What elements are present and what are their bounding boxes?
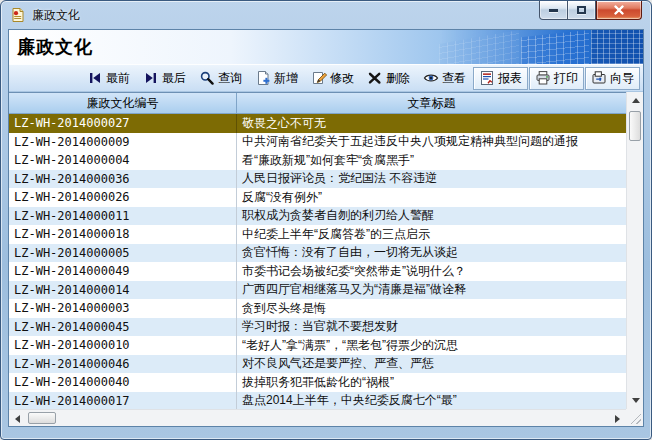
modify-icon (311, 70, 327, 86)
cell-id: LZ-WH-2014000014 (9, 281, 237, 300)
toolbar-button-query[interactable]: 查询 (193, 67, 248, 90)
cell-id: LZ-WH-2014000046 (9, 355, 237, 374)
cell-title: 中共河南省纪委关于五起违反中央八项规定精神典型问题的通报 (237, 133, 626, 152)
scrollbar-corner (626, 409, 643, 426)
header-banner: 廉政文化 (9, 30, 643, 64)
close-icon (613, 4, 625, 16)
cell-title: 职权成为贪婪者自刎的利刃给人警醒 (237, 207, 626, 226)
document-icon (10, 7, 26, 23)
toolbar-button-label: 查看 (442, 70, 466, 87)
building-graphic (521, 30, 589, 64)
minimize-icon (549, 9, 558, 12)
toolbar-button-add[interactable]: 新增 (249, 67, 304, 90)
close-button[interactable] (596, 1, 642, 20)
table-zone: 廉政文化编号 文章标题 LZ-WH-2014000027 敬畏之心不可无 LZ-… (9, 92, 643, 426)
cell-id: LZ-WH-2014000040 (9, 373, 237, 392)
toolbar-button-label: 修改 (330, 70, 354, 87)
cell-title: 贪到尽头终是悔 (237, 299, 626, 318)
cell-id: LZ-WH-2014000018 (9, 225, 237, 244)
scroll-right-button[interactable] (609, 410, 626, 426)
horizontal-scrollbar[interactable] (9, 409, 626, 426)
toolbar-button-label: 查询 (218, 70, 242, 87)
building-graphic (591, 30, 643, 64)
cell-id: LZ-WH-2014000027 (9, 114, 237, 133)
toolbar-button-label: 删除 (386, 70, 410, 87)
scroll-up-button[interactable] (627, 92, 643, 109)
table-row[interactable]: LZ-WH-2014000040 拔掉职务犯罪低龄化的“祸根” (9, 373, 626, 392)
toolbar-button-print[interactable]: 打印 (529, 67, 584, 90)
cell-id: LZ-WH-2014000036 (9, 170, 237, 189)
toolbar-button-view[interactable]: 查看 (417, 67, 472, 90)
page-title: 廉政文化 (17, 35, 93, 59)
table-row[interactable]: LZ-WH-2014000005 贪官忏悔：没有了自由，一切将无从谈起 (9, 244, 626, 263)
table-row[interactable]: LZ-WH-2014000045 学习时报：当官就不要想发财 (9, 318, 626, 337)
first-icon (87, 70, 103, 86)
vertical-scrollbar[interactable] (626, 92, 643, 409)
cell-title: “老好人”拿“满票”，“黑老包”得票少的沉思 (237, 336, 626, 355)
toolbar-button-label: 打印 (554, 70, 578, 87)
arrow-right-icon (615, 415, 620, 423)
print-icon (535, 70, 551, 86)
vertical-scroll-thumb[interactable] (629, 111, 641, 141)
cell-title: 看“廉政新规”如何套牢“贪腐黑手” (237, 151, 626, 170)
cell-id: LZ-WH-2014000026 (9, 188, 237, 207)
table-row[interactable]: LZ-WH-2014000014 广西四厅官相继落马又为“清廉是福”做诠释 (9, 281, 626, 300)
toolbar-button-modify[interactable]: 修改 (305, 67, 360, 90)
table-row[interactable]: LZ-WH-2014000004 看“廉政新规”如何套牢“贪腐黑手” (9, 151, 626, 170)
cell-id: LZ-WH-2014000005 (9, 244, 237, 263)
column-header-id[interactable]: 廉政文化编号 (9, 93, 237, 113)
data-grid: 廉政文化编号 文章标题 LZ-WH-2014000027 敬畏之心不可无 LZ-… (9, 92, 626, 409)
cell-title: 反腐“没有例外” (237, 188, 626, 207)
table-row[interactable]: LZ-WH-2014000010 “老好人”拿“满票”，“黑老包”得票少的沉思 (9, 336, 626, 355)
maximize-button[interactable] (568, 1, 596, 20)
horizontal-scroll-thumb[interactable] (28, 412, 56, 424)
wizard-icon (591, 70, 607, 86)
table-row[interactable]: LZ-WH-2014000026 反腐“没有例外” (9, 188, 626, 207)
column-header-title[interactable]: 文章标题 (237, 93, 626, 113)
cell-id: LZ-WH-2014000004 (9, 151, 237, 170)
table-row[interactable]: LZ-WH-2014000009 中共河南省纪委关于五起违反中央八项规定精神典型… (9, 133, 626, 152)
resize-grip[interactable] (630, 413, 641, 424)
table-row[interactable]: LZ-WH-2014000018 中纪委上半年“反腐答卷”的三点启示 (9, 225, 626, 244)
cell-id: LZ-WH-2014000049 (9, 262, 237, 281)
toolbar-button-wizard[interactable]: 向导 (585, 67, 640, 90)
cell-title: 拔掉职务犯罪低龄化的“祸根” (237, 373, 626, 392)
table-body: LZ-WH-2014000027 敬畏之心不可无 LZ-WH-201400000… (9, 114, 626, 409)
toolbar-button-first[interactable]: 最前 (81, 67, 136, 90)
arrow-up-icon (632, 98, 640, 103)
cell-title: 对不良风气还是要严控、严查、严惩 (237, 355, 626, 374)
add-icon (255, 70, 271, 86)
cell-title: 贪官忏悔：没有了自由，一切将无从谈起 (237, 244, 626, 263)
table-row[interactable]: LZ-WH-2014000036 人民日报评论员：党纪国法 不容违逆 (9, 170, 626, 189)
cell-id: LZ-WH-2014000009 (9, 133, 237, 152)
delete-icon (367, 70, 383, 86)
toolbar: 最前 最后 查询 新增 修改 删除 查看 报表 打印 向导 (9, 64, 643, 92)
table-row[interactable]: LZ-WH-2014000011 职权成为贪婪者自刎的利刃给人警醒 (9, 207, 626, 226)
window-title: 廉政文化 (32, 7, 80, 24)
cell-title: 学习时报：当官就不要想发财 (237, 318, 626, 337)
scroll-left-button[interactable] (9, 410, 26, 426)
cell-id: LZ-WH-2014000003 (9, 299, 237, 318)
table-row[interactable]: LZ-WH-2014000049 市委书记会场被纪委“突然带走”说明什么？ (9, 262, 626, 281)
toolbar-button-label: 向导 (610, 70, 634, 87)
toolbar-button-label: 新增 (274, 70, 298, 87)
table-row[interactable]: LZ-WH-2014000003 贪到尽头终是悔 (9, 299, 626, 318)
scroll-down-button[interactable] (627, 392, 643, 409)
grid-header: 廉政文化编号 文章标题 (9, 92, 626, 114)
toolbar-button-label: 最后 (162, 70, 186, 87)
cell-title: 人民日报评论员：党纪国法 不容违逆 (237, 170, 626, 189)
client-area: 廉政文化 最前 最后 查询 新增 修改 删除 查看 报表 打印 向导 (8, 29, 644, 427)
toolbar-button-report[interactable]: 报表 (473, 67, 528, 90)
table-row[interactable]: LZ-WH-2014000046 对不良风气还是要严控、严查、严惩 (9, 355, 626, 374)
building-graphic (439, 30, 519, 64)
cell-title: 中纪委上半年“反腐答卷”的三点启示 (237, 225, 626, 244)
table-row[interactable]: LZ-WH-2014000027 敬畏之心不可无 (9, 114, 626, 133)
toolbar-button-last[interactable]: 最后 (137, 67, 192, 90)
toolbar-button-label: 最前 (106, 70, 130, 87)
toolbar-button-delete[interactable]: 删除 (361, 67, 416, 90)
cell-title: 敬畏之心不可无 (237, 114, 626, 133)
window-controls (539, 1, 642, 20)
minimize-button[interactable] (539, 1, 568, 20)
table-row[interactable]: LZ-WH-2014000017 盘点2014上半年，中央纪委反腐七个“最” (9, 392, 626, 410)
toolbar-button-label: 报表 (498, 70, 522, 87)
